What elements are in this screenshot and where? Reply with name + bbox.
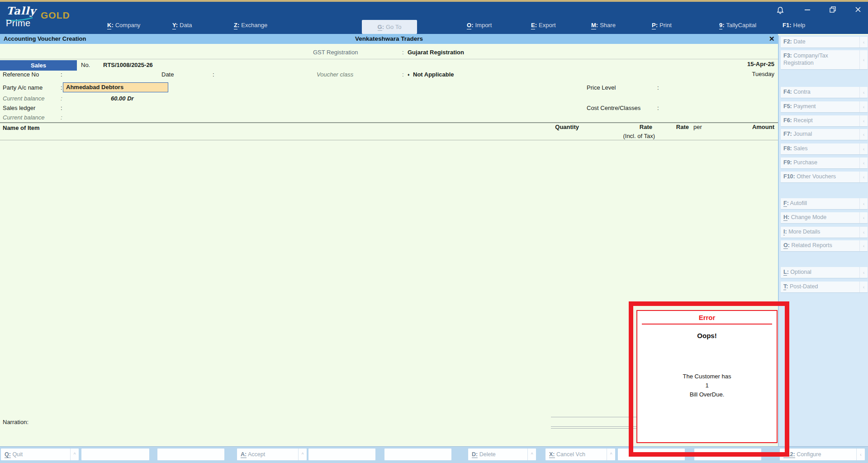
column-amount: Amount	[752, 124, 774, 130]
toolbar-slot-empty	[308, 449, 375, 460]
chevron-left-icon: ‹	[859, 37, 868, 48]
voucher-class-label: Voucher class	[317, 71, 353, 78]
party-account-field[interactable]: Ahmedabad Debtors	[63, 82, 168, 92]
error-dialog-title: Error	[637, 314, 777, 321]
divider	[0, 59, 778, 59]
sidebar-f4-contra[interactable]: F4: Contra‹	[781, 87, 868, 98]
menu-go-to[interactable]: G:Go To	[362, 20, 417, 34]
column-rate2: Rate	[676, 124, 689, 130]
cancel-voucher-button[interactable]: X: Cancel Vch^	[545, 449, 615, 460]
error-dialog-divider	[642, 324, 772, 325]
cost-centre-label: Cost Centre/Classes	[587, 105, 640, 111]
toolbar-slot-empty	[157, 449, 224, 460]
configure-button[interactable]: F12: Configure‹	[780, 449, 865, 460]
item-table-header-rule	[0, 140, 778, 140]
caret-up-icon: ^	[607, 449, 615, 460]
chevron-left-icon: ‹	[859, 172, 868, 182]
menu-help[interactable]: F1:Help	[783, 22, 805, 29]
reference-date-label: Date	[161, 71, 174, 78]
accept-button[interactable]: A: Accept^	[237, 449, 307, 460]
current-balance-label: Current balance	[3, 95, 45, 102]
voucher-day: Tuesday	[752, 71, 774, 77]
menu-print[interactable]: P:Print	[652, 22, 672, 29]
chevron-left-icon: ‹	[859, 227, 868, 238]
item-table-top-rule	[0, 122, 778, 123]
menu-share[interactable]: M:Share	[591, 22, 616, 29]
close-screen-icon[interactable]: ✕	[769, 34, 775, 44]
current-balance-colon: :	[61, 95, 62, 102]
chevron-left-icon: ‹	[859, 50, 868, 69]
sidebar-f3-company-tax[interactable]: F3: Company/Tax Registration‹	[781, 50, 868, 69]
current-balance2-colon: :	[61, 114, 62, 121]
price-level-colon: :	[657, 84, 659, 91]
error-dialog: Error Oops! The Customer has 1 Bill Over…	[629, 301, 789, 457]
chevron-left-icon: ‹	[859, 158, 868, 168]
caret-up-icon: ^	[527, 449, 536, 460]
column-rate: Rate	[640, 124, 652, 130]
top-menubar: K:Company Y:Data Z:Exchange G:Go To O:Im…	[0, 2, 868, 34]
menu-exchange[interactable]: Z:Exchange	[234, 22, 267, 29]
error-dialog-panel: Error Oops! The Customer has 1 Bill Over…	[636, 310, 778, 443]
minimize-button[interactable]	[802, 6, 813, 17]
menu-import[interactable]: O:Import	[467, 22, 492, 29]
menu-data[interactable]: Y:Data	[172, 22, 192, 29]
column-name-of-item: Name of Item	[3, 124, 40, 131]
company-name: Venkateshwara Traders	[0, 34, 778, 44]
current-balance-value: 60.00 Dr	[111, 95, 134, 102]
notification-bell-icon[interactable]	[774, 6, 786, 17]
menu-company[interactable]: K:Company	[107, 22, 140, 29]
menu-tallycapital[interactable]: 9:TallyCapital	[719, 22, 756, 29]
sidebar-f10-other-vouchers[interactable]: F10: Other Vouchers‹	[781, 172, 868, 182]
gst-colon: :	[402, 49, 404, 56]
sidebar-f9-purchase[interactable]: F9: Purchase‹	[781, 158, 868, 168]
sidebar-f7-journal[interactable]: F7: Journal‹	[781, 129, 868, 140]
voucher-class-colon: :	[402, 71, 404, 78]
caret-up-icon: ^	[298, 449, 307, 460]
tallyprime-window: Tally Prime GOLD K:Company Y:Data Z:Exch…	[0, 0, 868, 463]
sidebar-post-dated[interactable]: T: Post-Dated‹	[781, 282, 868, 292]
column-per: per	[693, 124, 702, 130]
narration-label: Narration:	[3, 419, 28, 425]
restore-button[interactable]	[827, 6, 839, 17]
party-colon: :	[61, 84, 62, 91]
column-quantity: Quantity	[555, 124, 579, 130]
cost-centre-colon: :	[657, 105, 659, 111]
price-level-label: Price Level	[587, 84, 616, 91]
toolbar-slot-empty	[384, 449, 451, 460]
chevron-left-icon: ‹	[859, 267, 868, 278]
chevron-left-icon: ‹	[859, 101, 868, 112]
menu-export[interactable]: E:Export	[531, 22, 556, 29]
reference-date-colon: :	[213, 71, 214, 78]
error-dialog-message: The Customer has 1 Bill OverDue.	[637, 372, 777, 399]
toolbar-slot-empty	[81, 449, 149, 460]
voucher-class-value: Not Applicable	[413, 71, 454, 78]
voucher-date[interactable]: 15-Apr-25	[747, 61, 774, 67]
chevron-left-icon: ‹	[859, 115, 868, 126]
screen-titlebar: Accounting Voucher Creation Venkateshwar…	[0, 34, 778, 44]
sidebar-f8-sales[interactable]: F8: Sales‹	[781, 143, 868, 154]
sidebar-change-mode[interactable]: H: Change Mode‹	[781, 212, 868, 223]
chevron-left-icon: ‹	[859, 198, 868, 209]
party-account-label: Party A/c name	[3, 84, 43, 91]
sidebar-f2-date[interactable]: F2: Date‹	[781, 37, 868, 48]
gst-registration-label: GST Registration	[313, 49, 358, 56]
chevron-left-icon: ‹	[859, 143, 868, 154]
voucher-no-label: No.	[81, 62, 90, 68]
diamond-bullet-icon: ♦	[408, 72, 410, 77]
sales-ledger-label: Sales ledger	[3, 105, 35, 111]
column-rate-incl-tax: (Incl. of Tax)	[623, 133, 655, 139]
sidebar-more-details[interactable]: I: More Details‹	[781, 227, 868, 238]
sidebar-optional[interactable]: L: Optional‹	[781, 267, 868, 278]
chevron-left-icon: ‹	[859, 282, 868, 292]
voucher-type-badge[interactable]: Sales	[0, 60, 77, 71]
quit-button[interactable]: Q: Quit^	[1, 449, 79, 460]
sales-ledger-colon: :	[61, 105, 62, 111]
gst-registration-value: Gujarat Registration	[408, 49, 464, 56]
sidebar-autofill[interactable]: F: Autofill‹	[781, 198, 868, 209]
sidebar-f5-payment[interactable]: F5: Payment‹	[781, 101, 868, 112]
sidebar-related-reports[interactable]: O: Related Reports‹	[781, 240, 868, 251]
close-window-button[interactable]	[852, 6, 864, 17]
chevron-left-icon: ‹	[859, 212, 868, 223]
delete-button[interactable]: D: Delete^	[468, 449, 536, 460]
sidebar-f6-receipt[interactable]: F6: Receipt‹	[781, 115, 868, 126]
